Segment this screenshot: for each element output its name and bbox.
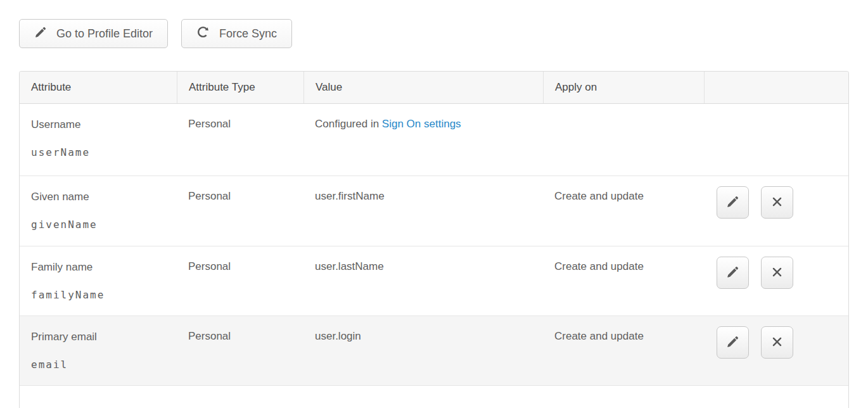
x-icon: [770, 195, 784, 210]
cell-attribute-type: Personal: [177, 104, 303, 175]
cell-attribute: Username userName: [20, 104, 177, 175]
table-row-family-name: Family name familyName Personal user.las…: [20, 246, 848, 316]
cell-value: user.lastName: [303, 246, 543, 316]
cell-attribute: Given name givenName: [20, 176, 177, 246]
remove-attribute-button[interactable]: [761, 257, 793, 289]
cell-actions: [704, 104, 848, 175]
attribute-code: userName: [31, 146, 177, 158]
cell-apply-on: Create and update: [543, 176, 704, 246]
table-row-given-name: Given name givenName Personal user.first…: [20, 176, 848, 246]
table-row-partial: [20, 386, 848, 408]
cell-actions: [704, 176, 848, 246]
header-actions: [704, 72, 848, 103]
table-row-primary-email: Primary email email Personal user.login …: [20, 316, 848, 386]
page: Go to Profile Editor Force Sync Attribut…: [0, 0, 868, 408]
cell-attribute: Family name familyName: [20, 246, 177, 316]
remove-attribute-button[interactable]: [761, 326, 793, 359]
table-row-username: Username userName Personal Configured in…: [20, 104, 848, 176]
go-to-profile-editor-button[interactable]: Go to Profile Editor: [19, 19, 168, 48]
refresh-icon: [196, 25, 210, 42]
force-sync-label: Force Sync: [219, 27, 277, 41]
edit-attribute-button[interactable]: [717, 257, 749, 289]
attribute-code: email: [31, 359, 177, 371]
header-apply-on: Apply on: [543, 72, 704, 103]
edit-attribute-button[interactable]: [717, 326, 749, 359]
header-attribute-type: Attribute Type: [177, 72, 303, 103]
cell-actions: [704, 246, 848, 316]
attribute-code: familyName: [31, 289, 177, 301]
header-attribute: Attribute: [20, 72, 177, 103]
header-value: Value: [303, 72, 543, 103]
cell-attribute-type: Personal: [177, 176, 303, 246]
x-icon: [770, 265, 784, 281]
cell-value: user.firstName: [303, 176, 543, 246]
cell-apply-on: Create and update: [543, 246, 704, 316]
edit-attribute-button[interactable]: [717, 186, 749, 219]
cell-apply-on: [543, 104, 704, 175]
sign-on-settings-link[interactable]: Sign On settings: [382, 118, 461, 130]
pencil-icon: [726, 265, 739, 281]
attribute-label: Family name: [31, 260, 177, 274]
cell-attribute-type: Personal: [177, 246, 303, 316]
pencil-icon: [34, 26, 47, 42]
force-sync-button[interactable]: Force Sync: [181, 19, 292, 48]
pencil-icon: [726, 335, 739, 350]
table-header-row: Attribute Attribute Type Value Apply on: [20, 72, 848, 104]
attribute-code: givenName: [31, 219, 177, 231]
cell-value: user.login: [303, 316, 543, 385]
value-text: Configured in: [315, 118, 382, 130]
attribute-label: Username: [31, 118, 177, 132]
pencil-icon: [726, 195, 739, 210]
toolbar: Go to Profile Editor Force Sync: [19, 19, 849, 48]
cell-value: Configured in Sign On settings: [303, 104, 543, 175]
x-icon: [770, 335, 784, 350]
attribute-label: Primary email: [31, 330, 177, 344]
cell-actions: [704, 316, 848, 385]
cell-attribute-type: Personal: [177, 316, 303, 385]
remove-attribute-button[interactable]: [761, 186, 793, 219]
attribute-label: Given name: [31, 190, 177, 204]
cell-attribute: Primary email email: [20, 316, 177, 385]
cell-apply-on: Create and update: [543, 316, 704, 385]
attribute-mapping-table: Attribute Attribute Type Value Apply on …: [19, 71, 849, 408]
go-to-profile-editor-label: Go to Profile Editor: [56, 27, 153, 41]
